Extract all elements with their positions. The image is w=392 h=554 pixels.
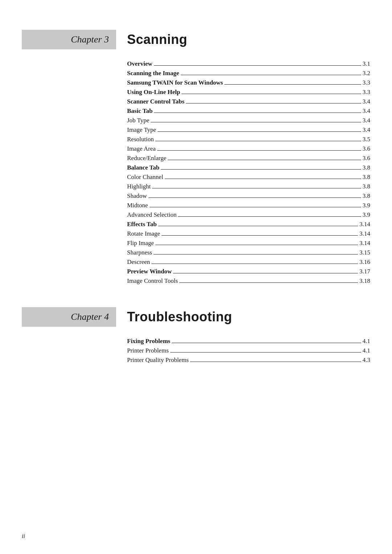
toc-entry: Image Type3.4 <box>127 126 370 134</box>
toc-dots <box>155 245 358 245</box>
toc-dots <box>148 197 361 198</box>
chapter4-title: Troubleshooting <box>127 306 232 325</box>
toc-entry: Effects Tab3.14 <box>127 221 370 228</box>
toc-page-number: 3.1 <box>363 60 370 68</box>
toc-dots <box>154 65 361 66</box>
chapter3-toc: Overview3.1Scanning the Image3.2Samsung … <box>127 60 370 285</box>
toc-page-number: 3.9 <box>363 211 370 219</box>
chapter3-title: Scanning <box>127 29 187 47</box>
toc-entry-text: Rotate Image <box>127 230 160 237</box>
chapter4-header: Chapter 4 Troubleshooting <box>22 306 370 327</box>
toc-entry: Image Control Tools3.18 <box>127 277 370 285</box>
toc-entry: Sharpness3.15 <box>127 249 370 256</box>
toc-entry: Reduce/Enlarge3.6 <box>127 155 370 162</box>
toc-dots <box>181 94 361 94</box>
toc-entry-text: Basic Tab <box>127 107 152 115</box>
toc-entry-text: Image Type <box>127 126 156 134</box>
toc-dots <box>158 226 358 226</box>
chapter3-label-box: Chapter 3 <box>22 30 116 49</box>
toc-entry-text: Balance Tab <box>127 164 159 171</box>
toc-entry-text: Flip Image <box>127 240 154 247</box>
toc-entry: Midtone3.9 <box>127 202 370 209</box>
toc-dots <box>161 169 361 170</box>
toc-dots <box>151 122 361 122</box>
toc-entry-text: Shadow <box>127 192 147 200</box>
toc-entry-text: Color Channel <box>127 174 163 181</box>
toc-entry-text: Overview <box>127 60 152 68</box>
toc-page-number: 3.8 <box>363 192 370 200</box>
toc-page-number: 4.1 <box>363 347 370 354</box>
toc-dots <box>186 103 361 103</box>
toc-page-number: 3.3 <box>363 89 370 96</box>
toc-page-number: 4.1 <box>363 338 370 345</box>
toc-page-number: 3.9 <box>363 202 370 209</box>
toc-entry-text: Advanced Selection <box>127 211 176 219</box>
toc-entry-text: Reduce/Enlarge <box>127 155 166 162</box>
toc-entry: Color Channel3.8 <box>127 174 370 181</box>
toc-page-number: 3.5 <box>363 136 370 143</box>
toc-page-number: 3.8 <box>363 183 370 190</box>
toc-entry: Flip Image3.14 <box>127 240 370 247</box>
toc-entry: Samsung TWAIN for Scan Windows3.3 <box>127 79 370 86</box>
toc-entry: Job Type3.4 <box>127 117 370 124</box>
toc-dots <box>178 216 361 217</box>
toc-page-number: 3.15 <box>359 249 370 256</box>
chapter3-section: Chapter 3 Scanning Overview3.1Scanning t… <box>22 29 370 285</box>
toc-page-number: 3.4 <box>363 126 370 134</box>
chapter4-label-box: Chapter 4 <box>22 307 116 327</box>
toc-entry: Basic Tab3.4 <box>127 107 370 115</box>
toc-entry-text: Scanning the Image <box>127 70 179 77</box>
toc-entry-text: Fixing Problems <box>127 338 170 345</box>
toc-dots <box>165 179 361 179</box>
toc-page-number: 4.3 <box>363 357 370 364</box>
toc-entry-text: Preview Window <box>127 268 172 275</box>
toc-page-number: 3.4 <box>363 98 370 105</box>
toc-entry-text: Sharpness <box>127 249 152 256</box>
toc-dots <box>173 273 358 273</box>
toc-page-number: 3.8 <box>363 164 370 171</box>
toc-page-number: 3.3 <box>363 79 370 86</box>
chapter4-section: Chapter 4 Troubleshooting Fixing Problem… <box>22 306 370 364</box>
toc-dots <box>181 75 361 75</box>
toc-entry-text: Printer Problems <box>127 347 169 354</box>
toc-entry: Resolution3.5 <box>127 136 370 143</box>
toc-page-number: 3.4 <box>363 107 370 115</box>
toc-entry-text: Highlight <box>127 183 151 190</box>
toc-entry: Preview Window3.17 <box>127 268 370 275</box>
toc-entry: Advanced Selection3.9 <box>127 211 370 219</box>
toc-entry: Image Area3.6 <box>127 145 370 152</box>
page: Chapter 3 Scanning Overview3.1Scanning t… <box>0 0 392 554</box>
toc-entry-text: Samsung TWAIN for Scan Windows <box>127 79 223 86</box>
toc-entry-text: Effects Tab <box>127 221 157 228</box>
toc-page-number: 3.6 <box>363 155 370 162</box>
chapter4-label: Chapter 4 <box>71 311 109 322</box>
toc-entry-text: Resolution <box>127 136 154 143</box>
toc-entry-text: Scanner Control Tabs <box>127 98 184 105</box>
chapter3-label: Chapter 3 <box>71 34 109 45</box>
toc-entry-text: Using On-Line Help <box>127 89 180 96</box>
toc-entry-text: Job Type <box>127 117 149 124</box>
toc-entry: Fixing Problems4.1 <box>127 338 370 345</box>
toc-dots <box>224 84 361 85</box>
toc-page-number: 3.18 <box>359 277 370 285</box>
toc-page-number: 3.14 <box>359 230 370 237</box>
toc-entry: Printer Problems4.1 <box>127 347 370 354</box>
toc-page-number: 3.17 <box>359 268 370 275</box>
toc-dots <box>172 343 361 343</box>
toc-entry: Overview3.1 <box>127 60 370 68</box>
toc-dots <box>168 160 361 160</box>
toc-page-number: 3.6 <box>363 145 370 152</box>
toc-dots <box>162 235 358 236</box>
toc-dots <box>150 207 361 207</box>
toc-dots <box>157 150 361 151</box>
toc-page-number: 3.14 <box>359 240 370 247</box>
toc-dots <box>179 282 358 283</box>
toc-entry: Descreen3.16 <box>127 258 370 266</box>
toc-page-number: 3.14 <box>359 221 370 228</box>
toc-dots <box>158 131 361 132</box>
toc-page-number: 3.8 <box>363 174 370 181</box>
toc-entry-text: Image Area <box>127 145 156 152</box>
toc-entry-text: Printer Quality Problems <box>127 357 189 364</box>
page-footer: ii <box>22 533 25 539</box>
toc-entry: Scanning the Image3.2 <box>127 70 370 77</box>
